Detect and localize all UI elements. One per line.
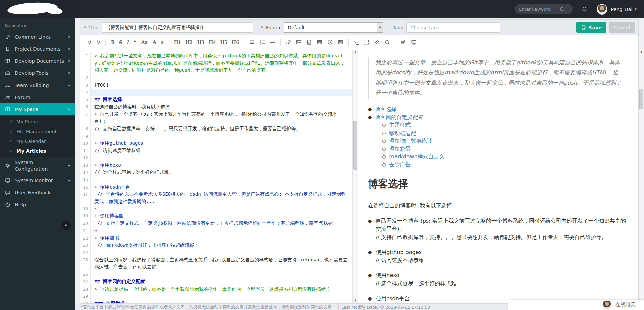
editor-line[interactable]: 7+ 自己开发一个博客 (ps：实际上我之前写过完整的一个博客系统，同时还给公司… (80, 111, 352, 125)
logo-area[interactable] (0, 0, 75, 18)
toolbar-watch-button[interactable] (400, 38, 406, 47)
editor-line[interactable]: 6在选择自己的博客时，我有以下选择： (80, 103, 352, 111)
editor-line[interactable]: 27## 博客园的自定义配置 (80, 278, 352, 286)
toolbar-image-button[interactable] (296, 38, 302, 47)
toc-link[interactable]: 博客选择 (375, 105, 396, 113)
toolbar-lowercase-button[interactable]: a (161, 38, 164, 47)
toolbar-h1-button[interactable]: H1 (174, 38, 181, 47)
editor-line[interactable]: 10+ 使用github pages (80, 140, 352, 147)
save-button[interactable]: Save (576, 22, 606, 33)
editor-line[interactable]: 25综合以上的情况，我选择了博客园，主页样式丑没关系，我可以自己定义自己的样式哈… (80, 256, 352, 271)
sidebar-item-project-documents[interactable]: Project Documents▾ (0, 43, 75, 55)
toolbar-preview-button[interactable] (411, 38, 417, 47)
bell-icon[interactable] (582, 6, 587, 12)
sidebar-subitem-my-calendar[interactable]: My Calendar (0, 136, 75, 146)
editor-line[interactable]: 24 (80, 249, 352, 256)
editor-line[interactable]: 28> 这边只是提供一个思路，而不是一个个截图显示我的操作，因为作为一个程序员，… (80, 286, 352, 293)
editor-line[interactable]: 3[TOC] (80, 82, 352, 89)
toolbar-html-entities-button[interactable] (338, 38, 343, 47)
toolbar-h3-button[interactable]: H3 (197, 38, 204, 47)
toolbar-uppercase-button[interactable]: A (153, 38, 157, 47)
toolbar-italic-button[interactable]: I (127, 38, 129, 47)
preview-scrollbar-thumb[interactable] (639, 89, 643, 109)
editor-line[interactable]: 26 (80, 271, 352, 278)
tags-input[interactable] (406, 22, 500, 33)
toc-link[interactable]: 添加访问数据统计 (389, 137, 432, 145)
editor-scrollbar[interactable]: ▲ ▼ (352, 50, 358, 303)
sidebar-item-develop-documents[interactable]: Develop Documents▾ (0, 55, 75, 67)
toolbar-h4-button[interactable]: H4 (209, 38, 215, 47)
editor-line[interactable]: 14// 选个样式容易，选个好的样式难。 (80, 169, 352, 176)
editor-line[interactable]: 13+ 使用hexo (80, 162, 352, 169)
editor-line[interactable]: 23 // markdown支持很好，手机客户端超级流畅； (80, 242, 352, 249)
editor-line[interactable]: 21~ (80, 227, 352, 235)
editor-line[interactable]: 5## 博客选择 (80, 96, 352, 103)
toc-link[interactable]: 主题样式 (389, 121, 411, 129)
toolbar-undo-button[interactable]: ↺ (87, 38, 92, 47)
sidebar-subitem-file-management[interactable]: File Management (0, 126, 75, 136)
scroll-up-icon[interactable]: ▲ (353, 50, 358, 55)
toolbar-clear-button[interactable] (374, 38, 380, 47)
editor-line[interactable]: 8// 支持自己数据库等，支持。。。恩只要想开发，啥都能支持。但是工作量大，需要… (80, 125, 352, 133)
sidebar-subitem-my-profile[interactable]: My Profile (0, 117, 75, 126)
toolbar-table-button[interactable] (317, 38, 323, 47)
toolbar-strikethrough-button[interactable]: S (119, 38, 122, 47)
sidebar-item-user-feedback[interactable]: User Feedback (0, 187, 75, 199)
editor-line[interactable]: 4 (80, 89, 352, 96)
cancel-button[interactable]: Cancel (609, 22, 635, 33)
toolbar-datetime-button[interactable] (327, 38, 333, 47)
scroll-down-icon[interactable]: ▼ (353, 298, 358, 303)
search-input[interactable] (519, 7, 559, 12)
toc-link[interactable]: 去除广告 (389, 161, 411, 169)
editor-line[interactable]: 20 // 支持自定义样式，自定义js权限；网站长期没有更新，主页样式感觉停留在… (80, 220, 352, 227)
markdown-source-pane[interactable]: 1> 我之前写过一些文章，放在自己本地的Git库中，用类似于gitbook的工具… (80, 50, 352, 303)
toc-link[interactable]: markdown样式自定义 (389, 153, 444, 161)
chat-widget[interactable]: 在线聊天 (508, 300, 644, 310)
toc-link[interactable]: 添加彩蛋 (389, 145, 411, 153)
editor-line[interactable]: 22+ 使用简书 (80, 235, 352, 242)
search-icon[interactable] (559, 7, 565, 12)
toolbar-h6-button[interactable]: H6 (232, 38, 239, 47)
toolbar-link-button[interactable] (286, 38, 291, 47)
editor-line[interactable]: 11// 访问速度不敢恭维 (80, 147, 352, 154)
toolbar-list-ul-button[interactable] (249, 38, 255, 47)
sidebar-item-common-links[interactable]: Common Links▾ (0, 31, 75, 43)
sidebar-item-develop-tools[interactable]: Develop Tools▾ (0, 67, 75, 79)
toolbar-search-button[interactable] (384, 38, 390, 47)
toolbar-bold-button[interactable]: B (111, 38, 115, 47)
select-arrow-icon[interactable]: ▼ (377, 23, 383, 32)
toolbar-quote-button[interactable]: “ (134, 38, 136, 47)
header-search[interactable] (515, 4, 573, 14)
toolbar-h5-button[interactable]: H5 (220, 38, 227, 47)
toc-link[interactable]: 移动端适配 (389, 129, 416, 137)
editor-line[interactable]: 30### 主题样式 (80, 300, 352, 303)
user-menu[interactable]: Peng Dai ▾ (597, 4, 637, 15)
toolbar-list-ol-button[interactable] (260, 38, 265, 47)
toolbar-hr-button[interactable]: — (270, 38, 275, 47)
toolbar-goto-line-button[interactable]: >_ (354, 38, 359, 47)
editor-line[interactable]: 16+ 使用csdn平台 (80, 184, 352, 191)
toolbar-fullscreen-button[interactable] (363, 38, 369, 47)
folder-select[interactable]: Default ▼ (284, 22, 383, 33)
toolbar-ucwords-button[interactable]: Aa (141, 38, 148, 47)
toolbar-code-button[interactable] (306, 38, 312, 47)
editor-line[interactable]: 17 // 平台性的东西不要考虑太多SEO相关的；csdn 访问流量更大些，但是… (80, 191, 352, 205)
editor-scrollbar-thumb[interactable] (353, 121, 357, 170)
editor-line[interactable]: 2 (80, 74, 352, 82)
preview-scrollbar[interactable]: ▲ ▼ (639, 49, 644, 304)
sidebar-item-system-configuration[interactable]: System Configuration▾ (0, 157, 75, 174)
sidebar-item-system-monitor[interactable]: System Monitor▾ (0, 174, 75, 187)
toolbar-redo-button[interactable]: ↻ (96, 38, 101, 47)
toolbar-h2-button[interactable]: H2 (186, 38, 192, 47)
sidebar-collapse-button[interactable]: « (61, 221, 71, 230)
scroll-up-icon[interactable]: ▲ (639, 49, 644, 55)
toc-link[interactable]: 博客园的自定义配置 (375, 113, 423, 121)
sidebar-item-help[interactable]: Help (0, 199, 75, 211)
editor-line[interactable]: 9 (80, 133, 352, 140)
editor-line[interactable]: 18~ (80, 205, 352, 213)
title-input[interactable] (102, 22, 253, 33)
sidebar-subitem-my-articles[interactable]: My Articles (0, 146, 75, 156)
editor-line[interactable]: 1> 我之前写过一些文章，放在自己本地的Git库中，用类似于gitbook的工具… (80, 52, 352, 74)
editor-line[interactable]: 29 (80, 293, 352, 300)
sidebar-item-forum[interactable]: Forum (0, 91, 75, 103)
